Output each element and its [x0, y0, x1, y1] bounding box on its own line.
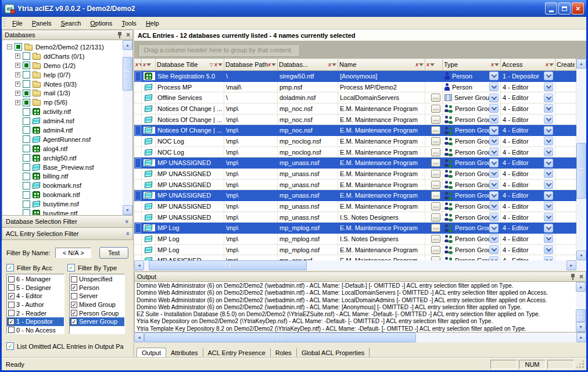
column-header-type[interactable]: Typex — [443, 59, 501, 71]
cell-create[interactable] — [555, 103, 576, 115]
name-detail-button[interactable] — [431, 191, 440, 199]
cell-name[interactable]: E.M. Maintenance Program — [338, 115, 425, 126]
panel-tab[interactable]: Roles — [271, 348, 297, 358]
cell-type[interactable]: Person Group — [443, 115, 501, 126]
cell-create[interactable] — [555, 136, 576, 147]
tree-checkbox[interactable] — [23, 80, 30, 88]
tree-checkbox[interactable] — [23, 126, 30, 134]
filter-icon[interactable]: x — [426, 62, 435, 67]
row-selector-cell[interactable] — [134, 147, 142, 158]
scroll-down-icon[interactable]: ▼ — [123, 205, 132, 215]
cell-name[interactable]: E.M. Maintenance Program — [338, 147, 425, 158]
cell-database-title[interactable]: Offline Services — [156, 92, 224, 103]
access-dropdown-button[interactable] — [544, 180, 553, 189]
access-dropdown-button[interactable] — [544, 148, 553, 156]
tree-checkbox[interactable] — [23, 209, 30, 215]
table-row[interactable]: MP Log \mp\ mp_mplog.nsf E.M. Maintenanc… — [134, 223, 576, 234]
table-row[interactable]: MP UNASSIGNED \mp\ mp_unass.nsf E.M. Mai… — [134, 169, 576, 180]
name-detail-button[interactable] — [431, 148, 440, 156]
access-dropdown-button[interactable] — [544, 245, 553, 254]
tree-item[interactable]: + ddCharts (0/1) — [2, 52, 123, 61]
cell-access[interactable]: 4 - Editor — [501, 82, 555, 93]
access-filter-item[interactable]: 0 - No Access — [7, 326, 64, 334]
tree-item-label[interactable]: bookmark.ntf — [43, 191, 80, 198]
tree-item-label[interactable]: help (0/7) — [44, 71, 70, 78]
column-header-icon[interactable]: x — [142, 59, 156, 71]
type-dropdown-button[interactable] — [489, 159, 499, 167]
cell-name[interactable]: E.M. Maintenance Program — [338, 136, 425, 147]
cell-database-title[interactable]: Site Registration 5.0 — [156, 71, 224, 82]
cell-create[interactable] — [555, 82, 576, 93]
cell-create[interactable] — [555, 115, 576, 126]
tree-item-label[interactable]: busytime.ntf — [43, 210, 77, 215]
name-detail-button[interactable] — [431, 181, 440, 189]
scroll-up-icon[interactable]: ▲ — [576, 282, 586, 292]
filter-icon[interactable]: x — [135, 62, 142, 67]
cell-type[interactable]: Person Group — [443, 158, 501, 169]
tree-expander-icon[interactable]: − — [7, 44, 12, 49]
menu-item[interactable]: Options — [85, 18, 117, 28]
tree-item[interactable]: alog4.ntf — [2, 144, 123, 153]
item-checkbox[interactable] — [8, 319, 15, 325]
row-selector-cell[interactable] — [134, 190, 142, 201]
tree-checkbox[interactable] — [23, 135, 30, 143]
cell-create[interactable] — [555, 201, 576, 212]
cell-type[interactable]: Person Group — [443, 125, 501, 136]
access-dropdown-button[interactable] — [544, 224, 553, 233]
cell-type[interactable]: Person Group — [443, 169, 501, 180]
cell-access[interactable]: 4 - Editor — [501, 92, 555, 103]
type-dropdown-button[interactable] — [489, 191, 499, 200]
cell-name[interactable]: I.S. Notes Designers — [338, 212, 425, 223]
column-header-access[interactable]: Accessx — [501, 59, 555, 71]
tree-item-label[interactable]: bookmark.nsf — [43, 182, 81, 189]
cell-database-path[interactable]: \mp\ — [224, 223, 278, 234]
row-selector-cell[interactable] — [134, 115, 142, 126]
filter-icon[interactable]: x — [143, 62, 151, 67]
tree-vertical-scrollbar[interactable]: ▲ ▼ — [123, 40, 132, 215]
type-dropdown-button[interactable] — [489, 202, 499, 210]
cell-access[interactable]: 4 - Editor — [501, 158, 555, 169]
cell-access[interactable]: 4 - Editor — [501, 147, 555, 158]
table-row[interactable]: MP UNASSIGNED \mp\ mp_unass.nsf E.M. Mai… — [134, 190, 576, 201]
type-dropdown-button[interactable] — [489, 126, 499, 135]
item-checkbox[interactable] — [8, 284, 15, 291]
cell-access[interactable]: 4 - Editor — [501, 115, 555, 126]
output-vertical-scrollbar[interactable]: ▲ ▼ — [576, 282, 586, 332]
row-selector-cell[interactable] — [134, 180, 142, 191]
cell-database-file[interactable]: mp_noc.nsf — [278, 103, 338, 115]
chevron-down-icon[interactable]: » — [124, 220, 131, 223]
cell-database-title[interactable]: Process MP — [156, 82, 224, 93]
tree-item[interactable]: admin4.nsf — [2, 116, 123, 126]
table-row[interactable]: MP ASSIGNED \mp\ mp_ass.nsf E.M. Mainten… — [134, 255, 576, 260]
tree-item-label[interactable]: ddCharts (0/1) — [44, 53, 84, 60]
cell-database-file[interactable]: mp_noclog.nsf — [278, 147, 338, 158]
cell-database-path[interactable]: \mp\ — [224, 169, 278, 180]
cell-type[interactable]: Person Group — [443, 212, 501, 223]
column-header-database-title[interactable]: Database Title▽x — [156, 59, 224, 71]
tree-item-label[interactable]: iNotes (0/3) — [44, 81, 77, 88]
tree-item[interactable]: busytime.nsf — [2, 199, 123, 209]
access-dropdown-button[interactable] — [544, 202, 553, 210]
access-dropdown-button[interactable] — [544, 94, 553, 102]
tree-item-label[interactable]: admin4.nsf — [43, 117, 74, 124]
tree-item-label[interactable]: admin4.ntf — [43, 127, 73, 134]
name-detail-button[interactable] — [431, 159, 440, 167]
name-detail-button[interactable] — [431, 202, 440, 210]
tree-item[interactable]: billing.ntf — [2, 171, 123, 181]
access-dropdown-button[interactable] — [544, 115, 553, 124]
cell-database-path[interactable]: \mp\ — [224, 245, 278, 256]
table-row[interactable]: Notices Of Change | ... \mp\ mp_noc.nsf … — [134, 115, 576, 126]
filter-icon[interactable]: x — [415, 62, 424, 67]
item-checkbox[interactable] — [71, 284, 77, 291]
tree-item[interactable]: bookmark.ntf — [2, 190, 123, 199]
tree-checkbox[interactable] — [23, 201, 30, 208]
access-filter-item[interactable]: 6 - Manager — [7, 275, 64, 284]
column-header-database-path[interactable]: Database Pathx — [224, 59, 278, 71]
cell-name[interactable]: [Anonymous] — [338, 71, 425, 82]
scroll-right-icon[interactable]: ► — [576, 332, 586, 342]
item-checkbox[interactable] — [71, 276, 77, 282]
tree-expander-icon[interactable]: + — [15, 63, 20, 68]
item-checkbox[interactable] — [71, 293, 77, 299]
tree-checkbox[interactable] — [23, 90, 30, 97]
name-detail-button[interactable] — [431, 213, 440, 221]
